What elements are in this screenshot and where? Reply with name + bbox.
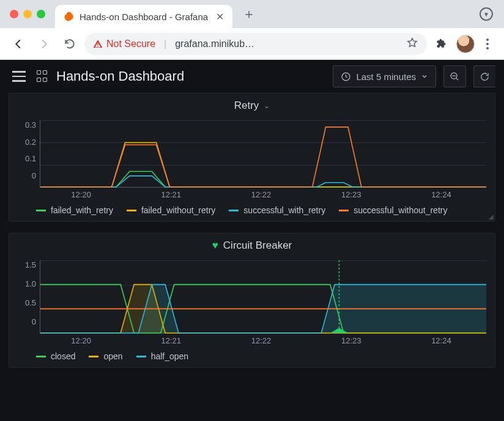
grafana-favicon-icon <box>64 11 75 22</box>
forward-button[interactable] <box>33 33 55 55</box>
chevron-down-icon: ⌄ <box>264 101 270 110</box>
resize-handle-icon[interactable]: ◢ <box>489 213 494 220</box>
panel-cb-header[interactable]: ♥ Circuit Breaker <box>14 233 490 258</box>
heart-icon: ♥ <box>212 240 218 252</box>
retry-plot[interactable]: 0.3 0.2 0.1 0 <box>18 120 486 188</box>
not-secure-badge: Not Secure <box>93 38 155 49</box>
back-button[interactable] <box>7 33 29 55</box>
profile-avatar[interactable] <box>456 35 475 53</box>
new-tab-button[interactable]: ＋ <box>240 5 258 23</box>
panel-retry-title: Retry <box>234 100 259 112</box>
account-menu-icon[interactable]: ▼ <box>480 7 493 21</box>
retry-legend[interactable]: failed_with_retryfailed_without_retrysuc… <box>36 205 486 215</box>
extensions-icon[interactable] <box>431 33 453 55</box>
svg-rect-1 <box>97 46 98 46</box>
panel-circuit-breaker: ♥ Circuit Breaker 1.5 1.0 0.5 0 12:2 <box>9 233 495 368</box>
window-controls[interactable] <box>4 10 55 18</box>
zoom-out-button[interactable] <box>443 65 466 87</box>
legend-item[interactable]: successful_without_retry <box>339 205 447 215</box>
cb-yaxis: 1.5 1.0 0.5 0 <box>18 260 40 334</box>
cb-legend[interactable]: closedopenhalf_open <box>36 351 486 361</box>
legend-item[interactable]: closed <box>36 351 75 361</box>
panel-retry: Retry ⌄ 0.3 0.2 0.1 0 12:20 <box>9 93 495 222</box>
cb-plot[interactable]: 1.5 1.0 0.5 0 <box>18 260 486 334</box>
time-range-label: Last 5 minutes <box>356 71 416 82</box>
panel-retry-header[interactable]: Retry ⌄ <box>14 93 490 118</box>
url-text: grafana.minikub… <box>175 38 401 49</box>
tab-strip: Hands-on Dashboard - Grafana ✕ ＋ ▼ <box>0 0 504 28</box>
browser-chrome: Hands-on Dashboard - Grafana ✕ ＋ ▼ Not S… <box>0 0 504 60</box>
legend-item[interactable]: failed_without_retry <box>127 205 215 215</box>
tab-title: Hands-on Dashboard - Grafana <box>80 12 211 22</box>
svg-rect-0 <box>97 43 98 45</box>
address-bar[interactable]: Not Secure | grafana.minikub… <box>84 33 427 55</box>
dashboard-title[interactable]: Hands-on Dashboard <box>56 68 184 84</box>
legend-item[interactable]: successful_with_retry <box>229 205 325 215</box>
legend-item[interactable]: failed_with_retry <box>36 205 113 215</box>
grafana-page: Hands-on Dashboard Last 5 minutes Retry … <box>0 60 504 421</box>
reload-button[interactable] <box>59 33 81 55</box>
browser-toolbar: Not Secure | grafana.minikub… <box>0 28 504 60</box>
menu-button[interactable] <box>9 67 29 86</box>
browser-tab[interactable]: Hands-on Dashboard - Grafana ✕ <box>55 5 232 28</box>
close-tab-icon[interactable]: ✕ <box>216 11 224 23</box>
bookmark-star-icon[interactable] <box>406 37 418 51</box>
panel-cb-title: Circuit Breaker <box>223 240 292 252</box>
retry-yaxis: 0.3 0.2 0.1 0 <box>18 120 40 188</box>
legend-item[interactable]: open <box>89 351 122 361</box>
dashboards-icon[interactable] <box>37 70 49 82</box>
time-range-picker[interactable]: Last 5 minutes <box>333 65 436 87</box>
legend-item[interactable]: half_open <box>136 351 189 361</box>
maximize-window-icon[interactable] <box>37 10 45 18</box>
minimize-window-icon[interactable] <box>23 10 32 18</box>
refresh-button[interactable] <box>473 65 495 87</box>
browser-menu-button[interactable] <box>478 38 497 49</box>
chevron-down-icon <box>421 73 428 80</box>
grafana-toolbar: Hands-on Dashboard Last 5 minutes <box>0 60 504 93</box>
cb-xaxis: 12:20 12:21 12:22 12:23 12:24 <box>36 334 486 345</box>
retry-xaxis: 12:20 12:21 12:22 12:23 12:24 <box>36 188 486 199</box>
close-window-icon[interactable] <box>10 10 18 18</box>
